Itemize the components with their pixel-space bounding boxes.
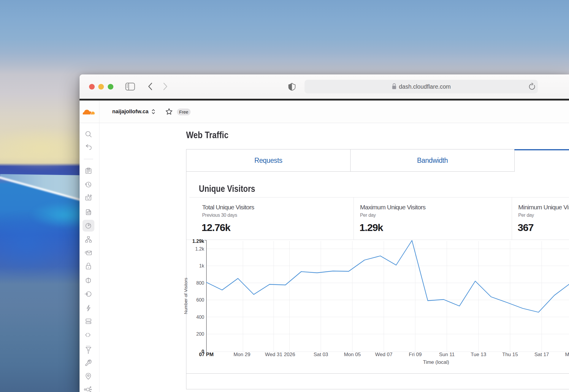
svg-text:Mon 29: Mon 29 xyxy=(234,352,251,357)
svg-text:800: 800 xyxy=(196,281,204,286)
svg-text:Sun 11: Sun 11 xyxy=(439,352,455,357)
svg-text:07 PM: 07 PM xyxy=(199,352,213,357)
svg-text:Thu 15: Thu 15 xyxy=(502,352,518,357)
svg-text:Wed 31: Wed 31 xyxy=(265,352,282,357)
svg-text:1.2k: 1.2k xyxy=(195,246,205,251)
svg-text:Wed 07: Wed 07 xyxy=(375,352,392,357)
svg-text:1.29k: 1.29k xyxy=(192,239,204,244)
svg-text:600: 600 xyxy=(196,297,204,302)
svg-text:200: 200 xyxy=(196,332,204,337)
svg-text:400: 400 xyxy=(196,315,204,320)
svg-text:Mon 05: Mon 05 xyxy=(344,352,361,357)
svg-text:Sat 03: Sat 03 xyxy=(313,352,328,357)
svg-text:Time (local): Time (local) xyxy=(423,359,449,365)
svg-text:Number of Visitors: Number of Visitors xyxy=(184,278,188,314)
svg-text:Mon 19: Mon 19 xyxy=(565,352,569,357)
svg-text:Sat 17: Sat 17 xyxy=(534,352,549,357)
svg-text:Tue 13: Tue 13 xyxy=(471,352,486,357)
svg-text:2026: 2026 xyxy=(284,352,295,357)
svg-text:Fri 09: Fri 09 xyxy=(409,352,421,357)
svg-text:1k: 1k xyxy=(199,263,205,268)
